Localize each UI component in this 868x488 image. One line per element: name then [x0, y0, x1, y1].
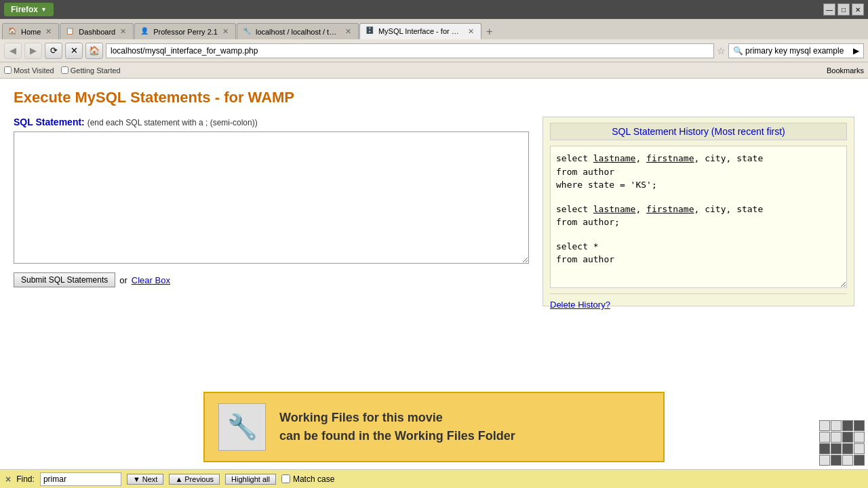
bookmark-getting-started[interactable]: Getting Started: [61, 66, 121, 75]
reload-button[interactable]: ⟳: [45, 43, 62, 59]
find-prev-button[interactable]: ▲ Previous: [169, 474, 220, 485]
history-line: from author: [556, 165, 841, 179]
most-visited-label: Most Visited: [14, 66, 54, 75]
key-cell: [842, 455, 853, 466]
key-cell: [854, 432, 865, 443]
key-cell: [831, 420, 842, 431]
match-case-option[interactable]: Match case: [281, 474, 334, 484]
history-line: from author: [556, 253, 841, 266]
bookmarks-bar: Most Visited Getting Started Bookmarks: [0, 62, 868, 79]
key-cell: [831, 443, 842, 454]
tab-professor-close[interactable]: ✕: [221, 27, 230, 36]
key-cell: [842, 432, 853, 443]
minimize-button[interactable]: —: [823, 3, 835, 16]
tab-professor-label: Professor Perry 2.1: [153, 28, 218, 36]
firefox-label: Firefox: [11, 5, 38, 14]
tab-mysql-close[interactable]: ✕: [467, 27, 475, 36]
history-entry: select lastname, firstname, city, statef…: [556, 152, 841, 192]
history-title: SQL Statement History (Most recent first…: [550, 123, 847, 140]
history-entry: select *from author: [556, 240, 841, 266]
page-title: Execute MySQL Statements - for WAMP: [14, 89, 854, 106]
stop-button[interactable]: ✕: [65, 43, 83, 59]
page-content: Execute MySQL Statements - for WAMP SQL …: [0, 79, 868, 469]
tab-dashboard[interactable]: 📋 Dashboard ✕: [60, 23, 134, 39]
search-input[interactable]: [745, 46, 851, 56]
key-cell: [831, 455, 842, 466]
find-bar: × Find: ▼ Next ▲ Previous Highlight all …: [0, 469, 868, 488]
match-case-checkbox[interactable]: [281, 474, 290, 483]
sql-textarea[interactable]: [14, 131, 529, 264]
find-label: Find:: [16, 474, 35, 484]
back-button[interactable]: ◀: [4, 43, 22, 59]
left-panel: SQL Statement: (end each SQL statement w…: [14, 117, 529, 306]
tab-phpmyadmin-label: localhost / localhost / test / ...: [256, 28, 340, 36]
tab-phpmyadmin[interactable]: 🔧 localhost / localhost / test / ... ✕: [237, 23, 359, 39]
tab-dashboard-close[interactable]: ✕: [119, 27, 127, 36]
professor-tab-icon: 👤: [140, 27, 150, 37]
banner-text: Working Files for this movie can be foun…: [279, 409, 515, 445]
key-cell: [854, 455, 865, 466]
find-prev-arrow: ▲: [175, 475, 182, 483]
submit-sql-button[interactable]: Submit SQL Statements: [14, 272, 115, 287]
bookmarks-menu-label[interactable]: Bookmarks: [827, 66, 864, 75]
search-bar-container: 🔍 ▶: [728, 43, 864, 58]
key-cell: [819, 443, 830, 454]
find-next-label: Next: [142, 475, 158, 483]
history-panel: SQL Statement History (Most recent first…: [542, 117, 854, 306]
tab-home[interactable]: 🏠 Home ✕: [2, 23, 59, 39]
delete-history-link[interactable]: Delete History?: [550, 300, 847, 310]
banner-line1: Working Files for this movie: [279, 409, 515, 427]
right-panel: SQL Statement History (Most recent first…: [542, 117, 854, 306]
bookmark-most-visited[interactable]: Most Visited: [4, 66, 54, 75]
bookmark-star-icon[interactable]: ☆: [717, 45, 726, 56]
match-case-label: Match case: [293, 474, 334, 484]
find-next-button[interactable]: ▼ Next: [127, 474, 164, 485]
tab-home-close[interactable]: ✕: [44, 27, 53, 36]
find-next-arrow: ▼: [133, 475, 140, 483]
history-line: select lastname, firstname, city, state: [556, 203, 841, 216]
sql-hint: (end each SQL statement with a ; (semi-c…: [87, 118, 258, 127]
history-entry: select lastname, firstname, city, statef…: [556, 203, 841, 229]
home-nav-button[interactable]: 🏠: [85, 43, 103, 59]
tab-professor[interactable]: 👤 Professor Perry 2.1 ✕: [134, 23, 236, 39]
search-submit-icon[interactable]: ▶: [853, 46, 859, 56]
phpmyadmin-tab-icon: 🔧: [243, 27, 252, 37]
search-engine-icon: 🔍: [733, 46, 743, 56]
address-bar[interactable]: [106, 43, 714, 58]
window-controls: — □ ✕: [823, 3, 864, 16]
history-content[interactable]: select lastname, firstname, city, statef…: [550, 146, 847, 288]
key-cell: [831, 432, 842, 443]
close-button[interactable]: ✕: [852, 3, 864, 16]
highlight-all-button[interactable]: Highlight all: [225, 474, 276, 485]
dashboard-tab-icon: 📋: [66, 27, 75, 37]
key-cell: [842, 443, 853, 454]
working-files-banner: 🔧 Working Files for this movie can be fo…: [203, 392, 665, 462]
home-tab-icon: 🏠: [8, 27, 18, 37]
highlight-all-label: Highlight all: [231, 475, 270, 483]
banner-line2: can be found in the Working Files Folder: [279, 427, 515, 445]
new-tab-button[interactable]: +: [482, 24, 496, 39]
forward-button[interactable]: ▶: [24, 43, 42, 59]
nav-bar: ◀ ▶ ⟳ ✕ 🏠 ☆ 🔍 ▶: [0, 39, 868, 62]
tab-dashboard-label: Dashboard: [79, 28, 115, 36]
key-cell: [819, 420, 830, 431]
getting-started-checkbox[interactable]: [61, 66, 68, 74]
clear-box-link[interactable]: Clear Box: [132, 275, 170, 285]
sql-statement-label: SQL Statement: (end each SQL statement w…: [14, 117, 529, 127]
separator: [550, 293, 847, 294]
find-prev-label: Previous: [184, 475, 214, 483]
tab-bar: 🏠 Home ✕ 📋 Dashboard ✕ 👤 Professor Perry…: [0, 19, 868, 39]
maximize-button[interactable]: □: [837, 3, 850, 16]
history-line: select *: [556, 240, 841, 253]
firefox-menu-button[interactable]: Firefox: [4, 3, 54, 16]
most-visited-checkbox[interactable]: [4, 66, 12, 74]
key-cell: [819, 455, 830, 466]
tab-mysql[interactable]: 🗄️ MySQL Interface - for WAMP ✕: [359, 23, 481, 39]
tab-phpmyadmin-close[interactable]: ✕: [344, 27, 353, 36]
main-layout: SQL Statement: (end each SQL statement w…: [14, 117, 854, 306]
button-area: Submit SQL Statements or Clear Box: [14, 272, 529, 287]
find-close-button[interactable]: ×: [5, 474, 11, 485]
find-input[interactable]: [40, 472, 121, 486]
or-text: or: [119, 275, 127, 285]
history-line: select lastname, firstname, city, state: [556, 152, 841, 165]
